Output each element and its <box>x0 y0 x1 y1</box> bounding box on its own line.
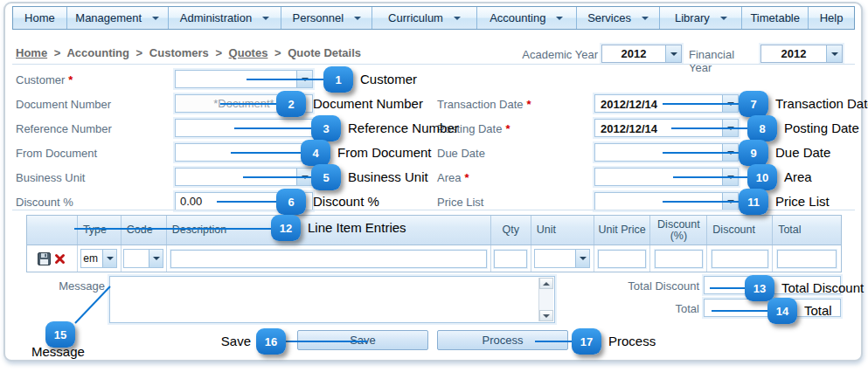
menu-item-curriculum[interactable]: Curriculum <box>372 7 477 29</box>
academic-year-value: 2012 <box>602 47 665 60</box>
column-header: Type <box>78 216 122 245</box>
table-header-row: Type Code Description Qty Unit Unit Pric… <box>27 216 841 245</box>
save-icon[interactable] <box>38 252 51 265</box>
callout-line <box>234 127 311 129</box>
field-label: Transaction Date* <box>437 98 531 111</box>
column-header: Discount (%) <box>650 216 707 245</box>
menu-item-label: Management <box>75 11 142 24</box>
line-unit-select[interactable] <box>534 249 590 268</box>
callout-line <box>671 127 747 129</box>
line-discount-percent-input[interactable] <box>655 250 703 268</box>
menu-item-label: Curriculum <box>388 11 443 24</box>
breadcrumb-link-home[interactable]: Home <box>16 46 47 59</box>
callout-label: From Document <box>337 145 432 160</box>
chevron-down-icon[interactable] <box>575 250 589 267</box>
callout-label: Save <box>210 334 251 348</box>
callout-badge: 7 <box>739 91 768 117</box>
line-type-select[interactable]: em <box>80 249 117 268</box>
academic-year-label: Academic Year <box>516 48 598 61</box>
callout-line <box>663 152 739 154</box>
callout-line <box>710 287 745 289</box>
financial-year-value: 2012 <box>761 47 826 60</box>
chevron-down-icon <box>556 17 563 20</box>
callout-label: Total Discount <box>781 280 864 295</box>
line-unit-price-input[interactable] <box>598 250 646 268</box>
chevron-down-icon <box>354 17 361 20</box>
field-label: Reference Number <box>16 122 112 135</box>
menu-item-accounting[interactable]: Accounting <box>477 7 577 29</box>
chevron-down-icon[interactable] <box>826 45 842 62</box>
menu-item-help[interactable]: Help <box>809 7 854 29</box>
column-header <box>27 216 78 245</box>
column-header: Qty <box>491 216 531 245</box>
menu-item-label: Library <box>675 11 710 24</box>
callout-badge: 14 <box>767 298 797 324</box>
financial-year-select[interactable]: 2012 <box>760 45 843 63</box>
callout-badge: 9 <box>739 140 768 166</box>
field-value: 2012/12/14 <box>601 98 657 111</box>
menu-item-label: Accounting <box>490 11 545 24</box>
menu-item-personnel[interactable]: Personnel <box>281 7 372 29</box>
callout-badge: 11 <box>739 189 768 215</box>
callout-line <box>673 176 747 178</box>
breadcrumb: Home > Accounting > Customers > Quotes >… <box>16 46 365 59</box>
callout-line <box>217 201 276 203</box>
menu-item-administration[interactable]: Administration <box>169 7 282 29</box>
line-discount-input[interactable] <box>712 250 768 268</box>
field-label: Price List <box>437 196 483 209</box>
column-header: Code <box>122 216 167 245</box>
menu-item-home[interactable]: Home <box>13 7 67 29</box>
callout-label: Document Number <box>313 96 423 111</box>
main-menubar: Home Management Administration Personnel… <box>12 6 855 30</box>
menu-item-label: Administration <box>180 11 252 24</box>
line-total-input[interactable] <box>777 250 837 268</box>
academic-year-select[interactable]: 2012 <box>601 45 682 63</box>
line-items-table: Type Code Description Qty Unit Unit Pric… <box>26 215 842 272</box>
menu-item-management[interactable]: Management <box>67 7 169 29</box>
breadcrumb-separator: > <box>54 46 61 59</box>
chevron-down-icon[interactable] <box>149 250 163 267</box>
divider <box>12 210 855 210</box>
line-code-select[interactable] <box>123 249 163 268</box>
line-qty-input[interactable] <box>494 250 527 268</box>
chevron-down-icon <box>262 17 269 20</box>
callout-badge: 10 <box>747 164 777 190</box>
breadcrumb-link-quotes[interactable]: Quotes <box>229 46 268 59</box>
callout-badge: 2 <box>276 91 306 117</box>
delete-icon[interactable] <box>54 253 66 265</box>
scrollbar-down-button[interactable] <box>539 310 553 321</box>
chevron-down-icon <box>454 17 461 20</box>
field-label: Area* <box>437 171 469 184</box>
scrollbar[interactable] <box>538 278 553 321</box>
financial-year-label: Financial Year <box>689 48 757 74</box>
menu-item-label: Home <box>24 11 55 24</box>
breadcrumb-item: Accounting <box>66 46 129 59</box>
menu-item-library[interactable]: Library <box>660 7 742 29</box>
callout-line <box>220 103 276 105</box>
discount-pct-cell <box>650 245 707 272</box>
description-cell <box>167 245 491 272</box>
callout-label: Area <box>784 169 812 184</box>
total-discount-label: Total Discount <box>612 279 699 293</box>
callout-badge: 3 <box>311 115 341 141</box>
chevron-down-icon[interactable] <box>665 45 681 62</box>
discount-cell <box>707 245 773 272</box>
chevron-down-icon[interactable] <box>102 250 116 267</box>
callout-badge: 5 <box>311 164 341 190</box>
callout-badge: 12 <box>271 215 301 241</box>
callout-label: Due Date <box>775 145 830 160</box>
callout-line <box>663 201 739 203</box>
field-value: 2012/12/14 <box>601 122 657 135</box>
chevron-down-icon <box>642 17 649 20</box>
message-textarea[interactable] <box>109 276 555 323</box>
menu-item-timetable[interactable]: Timetable <box>742 7 809 29</box>
breadcrumb-separator: > <box>136 46 143 59</box>
callout-line <box>231 152 301 154</box>
breadcrumb-separator: > <box>215 46 222 59</box>
callout-label: Reference Number <box>348 121 459 135</box>
line-description-input[interactable] <box>170 250 487 268</box>
scrollbar-up-button[interactable] <box>539 278 553 289</box>
callout-label: Price List <box>775 194 830 209</box>
menu-item-services[interactable]: Services <box>577 7 661 29</box>
chevron-down-icon <box>720 17 727 20</box>
